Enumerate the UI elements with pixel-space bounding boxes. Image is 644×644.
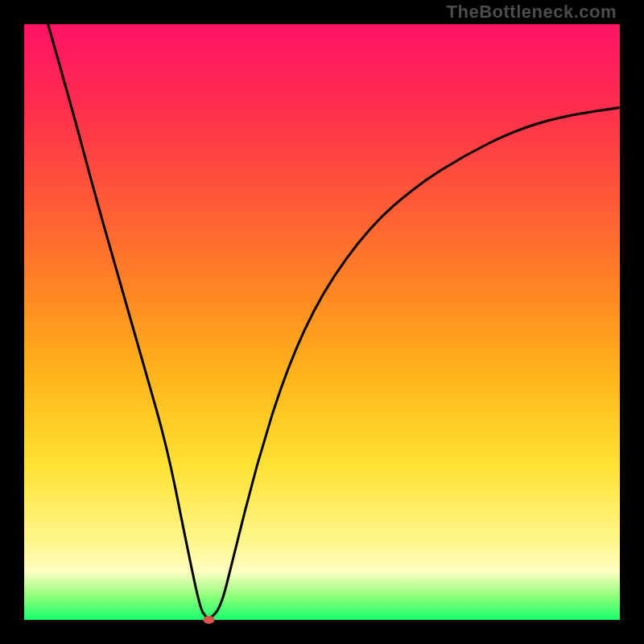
- watermark-text: TheBottleneck.com: [447, 2, 617, 23]
- plot-area: [24, 24, 620, 620]
- bottleneck-curve: [48, 24, 620, 618]
- min-point-marker: [203, 616, 214, 624]
- curve-svg: [24, 24, 620, 620]
- chart-frame: TheBottleneck.com: [0, 0, 644, 644]
